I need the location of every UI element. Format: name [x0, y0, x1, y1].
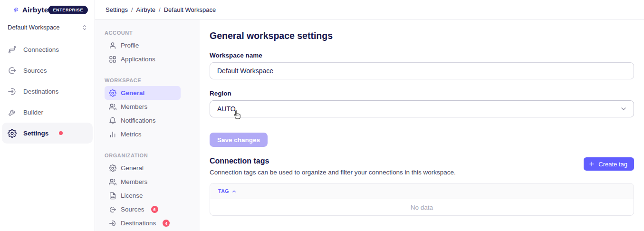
grid-icon	[109, 56, 116, 63]
settings-nav-item-applications[interactable]: Applications	[105, 52, 181, 66]
license-doc-icon	[109, 192, 116, 200]
region-select[interactable]: AUTO	[210, 100, 634, 117]
connections-icon	[8, 45, 17, 54]
source-icon	[8, 66, 17, 75]
sidebar-item-label: Builder	[23, 109, 43, 116]
sidebar-item-connections[interactable]: Connections	[2, 39, 93, 60]
enterprise-badge: ENTERPRISE	[48, 6, 88, 14]
settings-nav-label: Members	[121, 103, 147, 110]
sidebar-item-sources[interactable]: Sources	[2, 60, 93, 81]
settings-nav-label: License	[121, 192, 143, 199]
plus-icon	[588, 161, 595, 167]
breadcrumb-airbyte[interactable]: Airbyte	[136, 6, 155, 13]
destinations-count-badge: 4	[163, 220, 170, 227]
source-icon	[109, 206, 116, 213]
section-title-workspace: WORKSPACE	[105, 77, 200, 83]
settings-nav-item-workspace-members[interactable]: Members	[105, 100, 181, 114]
tags-table: TAG No data	[210, 183, 634, 216]
gear-icon	[109, 164, 116, 172]
section-title-organization: ORGANIZATION	[105, 153, 200, 158]
settings-nav-item-notifications[interactable]: Notifications	[105, 114, 181, 127]
sources-count-badge: 6	[151, 206, 158, 213]
people-icon	[109, 178, 116, 186]
gear-icon	[109, 89, 116, 97]
create-tag-button[interactable]: Create tag	[584, 157, 634, 171]
workspace-name-label: Workspace name	[210, 52, 634, 59]
tags-table-header-row: TAG	[210, 183, 634, 199]
settings-nav-item-org-general[interactable]: General	[105, 161, 181, 175]
connection-tags-title: Connection tags	[210, 157, 456, 165]
workspace-selector-label: Default Workspace	[8, 24, 60, 31]
chevron-down-icon	[620, 105, 627, 113]
settings-nav-item-org-destinations[interactable]: Destinations 4	[105, 216, 181, 230]
tag-column-header[interactable]: TAG	[218, 188, 237, 194]
builder-wrench-icon	[8, 108, 17, 117]
logo-wordmark: Airbyte	[22, 6, 48, 14]
breadcrumb-default-workspace[interactable]: Default Workspace	[164, 6, 216, 13]
right-column: Settings / Airbyte / Default Workspace A…	[95, 0, 644, 231]
workspace-selector[interactable]: Default Workspace	[0, 19, 95, 35]
settings-nav-item-org-members[interactable]: Members	[105, 175, 181, 189]
breadcrumb-separator: /	[159, 6, 161, 13]
settings-nav-item-metrics[interactable]: Metrics	[105, 127, 181, 141]
settings-nav-label: Members	[121, 178, 147, 185]
tags-table-empty-state: No data	[210, 199, 634, 215]
chevron-up-down-icon	[82, 24, 87, 31]
logo-row: Airbyte ENTERPRISE	[0, 0, 95, 19]
sidebar-nav: Connections Sources Dest	[0, 39, 95, 144]
settings-nav-label: Destinations	[121, 220, 156, 227]
people-icon	[109, 103, 116, 111]
create-tag-label: Create tag	[598, 161, 627, 168]
gear-icon	[8, 129, 17, 138]
settings-nav-item-license[interactable]: License	[105, 189, 181, 202]
workspace-name-input[interactable]	[210, 62, 634, 79]
settings-nav-label: Metrics	[121, 131, 142, 138]
destination-icon	[8, 87, 17, 96]
airbyte-settings-page: Airbyte ENTERPRISE Default Workspace	[0, 0, 644, 231]
sidebar-item-label: Connections	[23, 46, 59, 53]
sidebar-item-label: Destinations	[23, 88, 58, 95]
bell-icon	[109, 117, 116, 125]
settings-nav-item-org-sources[interactable]: Sources 6	[105, 202, 181, 216]
settings-nav-label: Notifications	[121, 117, 156, 124]
breadcrumb-settings[interactable]: Settings	[106, 6, 128, 13]
region-select-value: AUTO	[217, 105, 236, 113]
sidebar-item-builder[interactable]: Builder	[2, 102, 93, 123]
settings-nav-label: Profile	[121, 42, 139, 49]
sidebar-item-label: Settings	[23, 130, 48, 137]
sidebar-item-label: Sources	[23, 67, 47, 74]
settings-nav-label: General	[121, 164, 144, 172]
section-title-account: ACCOUNT	[105, 30, 200, 36]
sidebar-item-settings[interactable]: Settings	[2, 123, 93, 144]
settings-notification-dot	[59, 131, 63, 135]
connection-tags-header: Connection tags Connection tags can be u…	[210, 157, 456, 176]
main-content: General workspace settings Workspace nam…	[200, 19, 644, 231]
tag-column-label: TAG	[218, 188, 229, 194]
settings-nav-item-workspace-general[interactable]: General	[105, 86, 181, 100]
settings-nav-label: Applications	[121, 56, 155, 63]
settings-nav-item-profile[interactable]: Profile	[105, 38, 181, 52]
main-sidebar: Airbyte ENTERPRISE Default Workspace	[0, 0, 95, 231]
destination-icon	[109, 220, 116, 227]
save-changes-button[interactable]: Save changes	[210, 133, 268, 147]
region-label: Region	[210, 90, 634, 97]
person-icon	[109, 42, 116, 49]
connection-tags-description: Connection tags can be used to organize …	[210, 169, 456, 176]
settings-nav-label: Sources	[121, 206, 144, 213]
page-title: General workspace settings	[210, 30, 634, 41]
topbar: Settings / Airbyte / Default Workspace	[95, 0, 644, 19]
bar-chart-icon	[109, 131, 116, 138]
sort-ascending-icon	[231, 189, 237, 194]
settings-nav: ACCOUNT Profile	[95, 19, 200, 231]
breadcrumb-separator: /	[131, 6, 133, 13]
settings-nav-label: General	[121, 89, 144, 96]
airbyte-logo-icon	[13, 5, 19, 15]
sidebar-item-destinations[interactable]: Destinations	[2, 81, 93, 102]
